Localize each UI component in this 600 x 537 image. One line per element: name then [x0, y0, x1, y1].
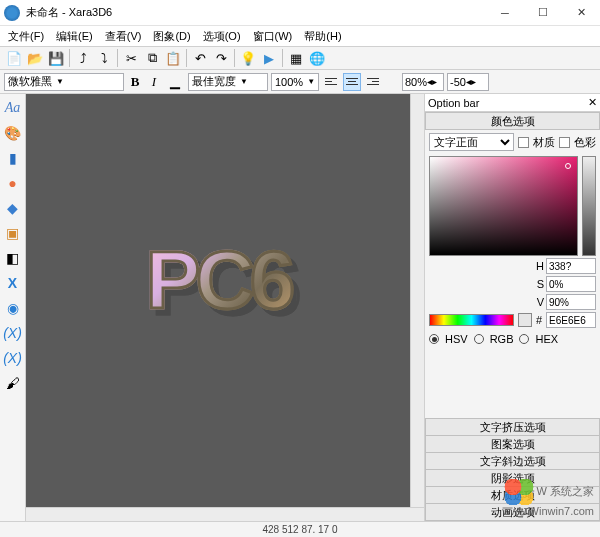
- h-label: H: [534, 260, 544, 272]
- picker-cursor-icon: [565, 163, 571, 169]
- xrotate2-tool-icon[interactable]: (X): [3, 348, 23, 368]
- align-left-button[interactable]: [322, 73, 340, 91]
- align-center-button[interactable]: [343, 73, 361, 91]
- cut-icon[interactable]: ✂: [121, 48, 141, 68]
- import-icon[interactable]: ⤵: [94, 48, 114, 68]
- menu-window[interactable]: 窗口(W): [249, 28, 297, 45]
- undo-icon[interactable]: ↶: [190, 48, 210, 68]
- h-input[interactable]: [546, 258, 596, 274]
- layers-icon[interactable]: ▦: [286, 48, 306, 68]
- status-bar: 428 512 87. 17 0: [0, 521, 600, 537]
- value1-input[interactable]: 80%◂▸: [402, 73, 444, 91]
- optionbar-close-icon[interactable]: ✕: [588, 96, 597, 109]
- canvas[interactable]: PC6: [26, 94, 410, 507]
- color-label: 色彩: [574, 135, 596, 150]
- separator: [282, 49, 283, 67]
- vertical-scrollbar[interactable]: [410, 94, 424, 507]
- fit-select[interactable]: 最佳宽度 ▼: [188, 73, 268, 91]
- color-checkbox[interactable]: [559, 137, 570, 148]
- zoom-value: 100%: [275, 76, 303, 88]
- maximize-button[interactable]: ☐: [524, 0, 562, 26]
- value2-input[interactable]: -50◂▸: [447, 73, 489, 91]
- cube-tool-icon[interactable]: ▣: [3, 223, 23, 243]
- v-input[interactable]: [546, 294, 596, 310]
- xara-tool-icon[interactable]: X: [3, 273, 23, 293]
- baseline-icon[interactable]: ▁: [165, 72, 185, 92]
- diamond-tool-icon[interactable]: ◆: [3, 198, 23, 218]
- fit-label: 最佳宽度: [192, 74, 236, 89]
- open-icon[interactable]: 📂: [25, 48, 45, 68]
- hue-slider[interactable]: [429, 314, 514, 326]
- hsv-radio[interactable]: [429, 334, 439, 344]
- menu-view[interactable]: 查看(V): [101, 28, 146, 45]
- hex-input[interactable]: [546, 312, 596, 328]
- menu-help[interactable]: 帮助(H): [300, 28, 345, 45]
- window-title: 未命名 - Xara3D6: [26, 5, 486, 20]
- italic-button[interactable]: I: [146, 73, 162, 91]
- panel-extrude[interactable]: 文字挤压选项: [425, 418, 600, 436]
- zoom-select[interactable]: 100% ▼: [271, 73, 319, 91]
- dropdown-icon: ▼: [240, 77, 248, 86]
- font-select[interactable]: 微软雅黑 ▼: [4, 73, 124, 91]
- dropdown-icon: ▼: [56, 77, 64, 86]
- watermark-logo-icon: [504, 479, 534, 505]
- optionbar-header: Option bar ✕: [425, 94, 600, 112]
- canvas-3d-text[interactable]: PC6: [146, 233, 291, 327]
- format-toolbar: 微软雅黑 ▼ B I ▁ 最佳宽度 ▼ 100% ▼ 80%◂▸ -50◂▸: [0, 70, 600, 94]
- separator: [69, 49, 70, 67]
- extrude-tool-icon[interactable]: ▮: [3, 148, 23, 168]
- minimize-button[interactable]: ─: [486, 0, 524, 26]
- canvas-container: PC6: [26, 94, 424, 521]
- rgb-radio[interactable]: [474, 334, 484, 344]
- separator: [234, 49, 235, 67]
- gradient-tool-icon[interactable]: ◧: [3, 248, 23, 268]
- brush-tool-icon[interactable]: 🖌: [3, 373, 23, 393]
- close-button[interactable]: ✕: [562, 0, 600, 26]
- hex-label: HEX: [535, 333, 558, 345]
- material-label: 材质: [533, 135, 555, 150]
- menu-file[interactable]: 文件(F): [4, 28, 48, 45]
- menu-options[interactable]: 选项(O): [199, 28, 245, 45]
- horizontal-scrollbar[interactable]: [26, 507, 424, 521]
- text-tool-icon[interactable]: Aa: [3, 98, 23, 118]
- material-checkbox[interactable]: [518, 137, 529, 148]
- color-mode-row: HSV RGB HEX: [425, 330, 600, 348]
- dropdown-icon: ▼: [307, 77, 315, 86]
- color-picker[interactable]: [429, 156, 578, 256]
- bold-button[interactable]: B: [127, 73, 143, 91]
- v-label: V: [534, 296, 544, 308]
- web-icon[interactable]: 🌐: [307, 48, 327, 68]
- play-icon[interactable]: ▶: [259, 48, 279, 68]
- sphere-tool-icon[interactable]: ●: [3, 173, 23, 193]
- side-toolbar: Aa 🎨 ▮ ● ◆ ▣ ◧ X ◉ (X) (X) 🖌: [0, 94, 26, 521]
- s-input[interactable]: [546, 276, 596, 292]
- color-target-select[interactable]: 文字正面: [429, 133, 514, 151]
- paste-icon[interactable]: 📋: [163, 48, 183, 68]
- save-icon[interactable]: 💾: [46, 48, 66, 68]
- window-controls: ─ ☐ ✕: [486, 0, 600, 26]
- redo-icon[interactable]: ↷: [211, 48, 231, 68]
- color-swatch[interactable]: [518, 313, 532, 327]
- color-tool-icon[interactable]: 🎨: [3, 123, 23, 143]
- watermark: W 系统之家 www.Winwin7.com: [502, 479, 594, 517]
- optionbar-title: Option bar: [428, 97, 479, 109]
- menubar: 文件(F) 编辑(E) 查看(V) 图象(D) 选项(O) 窗口(W) 帮助(H…: [0, 26, 600, 46]
- menu-image[interactable]: 图象(D): [149, 28, 194, 45]
- light-icon[interactable]: 💡: [238, 48, 258, 68]
- xrotate-tool-icon[interactable]: (X): [3, 323, 23, 343]
- main-toolbar: 📄 📂 💾 ⤴ ⤵ ✂ ⧉ 📋 ↶ ↷ 💡 ▶ ▦ 🌐: [0, 46, 600, 70]
- menu-edit[interactable]: 编辑(E): [52, 28, 97, 45]
- new-icon[interactable]: 📄: [4, 48, 24, 68]
- value-slider[interactable]: [582, 156, 596, 256]
- hex-radio[interactable]: [519, 334, 529, 344]
- export-icon[interactable]: ⤴: [73, 48, 93, 68]
- copy-icon[interactable]: ⧉: [142, 48, 162, 68]
- font-name: 微软雅黑: [8, 74, 52, 89]
- panel-bevel[interactable]: 文字斜边选项: [425, 452, 600, 470]
- color-picker-area: [425, 154, 600, 258]
- rgb-label: RGB: [490, 333, 514, 345]
- color-section-header[interactable]: 颜色选项: [425, 112, 600, 130]
- globe-tool-icon[interactable]: ◉: [3, 298, 23, 318]
- panel-pattern[interactable]: 图案选项: [425, 435, 600, 453]
- align-right-button[interactable]: [364, 73, 382, 91]
